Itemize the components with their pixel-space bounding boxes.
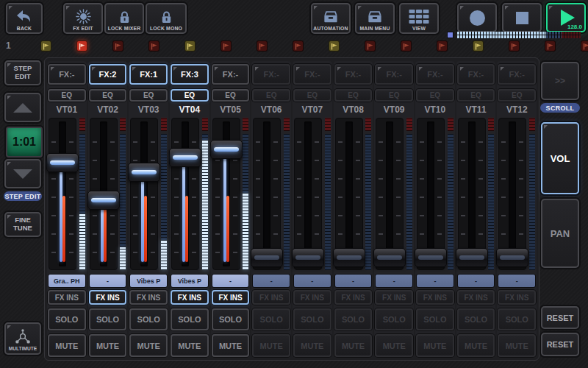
pattern-flag[interactable] bbox=[329, 40, 340, 52]
mute-button[interactable]: MUTE bbox=[416, 334, 454, 357]
fader-knob[interactable] bbox=[210, 140, 243, 159]
channel-fx-button[interactable]: FX:2 bbox=[89, 64, 127, 85]
solo-button[interactable]: SOLO bbox=[334, 308, 373, 330]
fader-track[interactable] bbox=[335, 118, 363, 270]
channel-eq-button[interactable]: EQ bbox=[89, 89, 127, 102]
channel-eq-button[interactable]: EQ bbox=[416, 89, 454, 102]
channel-fx-button[interactable]: FX:1 bbox=[129, 64, 168, 85]
fader-knob[interactable] bbox=[456, 248, 488, 267]
solo-button[interactable]: SOLO bbox=[498, 308, 536, 330]
mute-button[interactable]: MUTE bbox=[252, 334, 290, 357]
sample-select-button[interactable]: - bbox=[457, 274, 495, 288]
fx-insert-button[interactable]: FX INS bbox=[334, 290, 373, 305]
fader-knob[interactable] bbox=[333, 248, 365, 267]
solo-button[interactable]: SOLO bbox=[89, 308, 127, 330]
pattern-flag[interactable] bbox=[257, 40, 268, 52]
fader-knob[interactable] bbox=[373, 248, 406, 267]
solo-button[interactable]: SOLO bbox=[416, 308, 454, 330]
fader-knob[interactable] bbox=[87, 191, 120, 210]
back-button[interactable]: BACK bbox=[6, 3, 43, 34]
fader-track[interactable] bbox=[212, 118, 240, 270]
mute-button[interactable]: MUTE bbox=[89, 334, 127, 357]
pattern-flag[interactable] bbox=[76, 40, 87, 52]
pattern-flag[interactable] bbox=[509, 40, 520, 52]
channel-fx-button[interactable]: FX:3 bbox=[171, 64, 209, 85]
pattern-flag[interactable] bbox=[40, 40, 51, 52]
lock-mono-button[interactable]: LOCK MONO bbox=[146, 3, 187, 34]
channel-fx-button[interactable]: FX:- bbox=[212, 64, 250, 85]
lock-mixer-button[interactable]: LOCK MIXER bbox=[104, 3, 144, 34]
channel-eq-button[interactable]: EQ bbox=[375, 89, 413, 102]
play-button[interactable]: 128.0 bbox=[546, 3, 586, 32]
channel-fx-button[interactable]: FX:- bbox=[498, 64, 536, 85]
mute-button[interactable]: MUTE bbox=[498, 334, 536, 357]
fader-track[interactable] bbox=[498, 118, 526, 270]
sample-select-button[interactable]: - bbox=[293, 274, 331, 288]
fader-track[interactable] bbox=[294, 118, 322, 270]
pattern-flag[interactable] bbox=[473, 40, 484, 52]
step-down-button[interactable] bbox=[4, 159, 41, 188]
mute-button[interactable]: MUTE bbox=[48, 334, 86, 357]
channel-eq-button[interactable]: EQ bbox=[498, 89, 536, 102]
channel-eq-button[interactable]: EQ bbox=[48, 89, 86, 102]
mute-button[interactable]: MUTE bbox=[457, 334, 495, 357]
fx-insert-button[interactable]: FX INS bbox=[129, 290, 168, 305]
channel-fx-button[interactable]: FX:- bbox=[293, 64, 331, 85]
fx-insert-button[interactable]: FX INS bbox=[416, 290, 454, 305]
fader-knob[interactable] bbox=[251, 248, 283, 267]
sample-select-button[interactable]: - bbox=[375, 274, 413, 288]
fader-knob[interactable] bbox=[292, 248, 324, 267]
pattern-flag[interactable] bbox=[401, 40, 412, 52]
pan-tab[interactable]: PAN bbox=[541, 199, 579, 268]
sample-select-button[interactable]: - bbox=[334, 274, 373, 288]
main-menu-button[interactable]: MAIN MENU bbox=[355, 3, 395, 34]
channel-fx-button[interactable]: FX:- bbox=[457, 64, 495, 85]
stop-button[interactable] bbox=[502, 3, 542, 32]
solo-button[interactable]: SOLO bbox=[129, 308, 168, 330]
mute-button[interactable]: MUTE bbox=[293, 334, 331, 357]
fx-insert-button[interactable]: FX INS bbox=[498, 290, 536, 305]
pattern-flag[interactable] bbox=[293, 40, 304, 52]
scroll-button[interactable]: >> bbox=[541, 62, 579, 100]
pattern-flag[interactable] bbox=[545, 40, 556, 52]
channel-fx-button[interactable]: FX:- bbox=[416, 64, 454, 85]
mute-button[interactable]: MUTE bbox=[212, 334, 250, 357]
fx-insert-button[interactable]: FX INS bbox=[375, 290, 413, 305]
fx-insert-button[interactable]: FX INS bbox=[252, 290, 290, 305]
channel-fx-button[interactable]: FX:- bbox=[334, 64, 373, 85]
fader-track[interactable] bbox=[171, 118, 199, 270]
fader-knob[interactable] bbox=[496, 248, 528, 267]
sample-select-button[interactable]: Vibes P bbox=[129, 274, 168, 288]
fx-insert-button[interactable]: FX INS bbox=[212, 290, 250, 305]
sample-select-button[interactable]: - bbox=[89, 274, 127, 288]
channel-fx-button[interactable]: FX:- bbox=[252, 64, 290, 85]
fine-tune-button[interactable]: FINE TUNE bbox=[4, 212, 41, 237]
sample-select-button[interactable]: Vibes P bbox=[171, 274, 209, 288]
channel-fx-button[interactable]: FX:- bbox=[48, 64, 86, 85]
view-button[interactable]: VIEW bbox=[399, 3, 439, 34]
fader-track[interactable] bbox=[417, 118, 445, 270]
fx-insert-button[interactable]: FX INS bbox=[89, 290, 127, 305]
sample-select-button[interactable]: - bbox=[416, 274, 454, 288]
fx-insert-button[interactable]: FX INS bbox=[171, 290, 209, 305]
mute-button[interactable]: MUTE bbox=[129, 334, 168, 357]
mute-button[interactable]: MUTE bbox=[171, 334, 209, 357]
sample-select-button[interactable]: - bbox=[498, 274, 536, 288]
fx-insert-button[interactable]: FX INS bbox=[293, 290, 331, 305]
pattern-flag[interactable] bbox=[112, 40, 123, 52]
mute-button[interactable]: MUTE bbox=[334, 334, 373, 357]
fader-track[interactable] bbox=[90, 118, 118, 270]
pattern-flag[interactable] bbox=[581, 40, 588, 52]
channel-eq-button[interactable]: EQ bbox=[293, 89, 331, 102]
step-edit-button[interactable]: STEP EDIT bbox=[4, 60, 41, 85]
multimute-button[interactable]: MULTIMUTE bbox=[4, 322, 41, 355]
fader-track[interactable] bbox=[458, 118, 486, 270]
pattern-flag[interactable] bbox=[184, 40, 196, 52]
sample-select-button[interactable]: - bbox=[252, 274, 290, 288]
pattern-flag[interactable] bbox=[437, 40, 448, 52]
automation-button[interactable]: AUTOMATION bbox=[311, 3, 351, 34]
pattern-flag[interactable] bbox=[148, 40, 159, 52]
reset-top-button[interactable]: RESET bbox=[541, 306, 579, 329]
solo-button[interactable]: SOLO bbox=[171, 308, 209, 330]
fader-track[interactable] bbox=[376, 118, 404, 270]
